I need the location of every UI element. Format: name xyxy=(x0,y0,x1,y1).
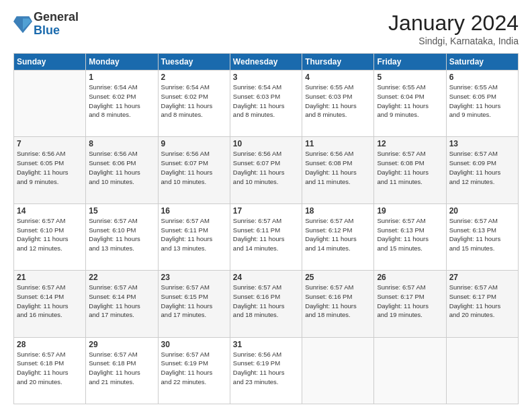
day-info-line: Sunrise: 6:54 AM xyxy=(89,83,154,92)
day-info-line: and 23 minutes. xyxy=(233,377,299,387)
day-info-line: Sunset: 6:16 PM xyxy=(305,292,371,302)
day-info-line: Sunset: 6:18 PM xyxy=(17,359,83,368)
day-info-line: Sunset: 6:05 PM xyxy=(17,158,83,168)
day-info-line: Daylight: 11 hours xyxy=(377,234,443,244)
day-info-line: Daylight: 11 hours xyxy=(17,368,83,377)
calendar-cell: 10Sunrise: 6:56 AMSunset: 6:07 PMDayligh… xyxy=(230,137,302,203)
calendar-cell: 19Sunrise: 6:57 AMSunset: 6:13 PMDayligh… xyxy=(374,203,446,270)
day-info-line: and 18 minutes. xyxy=(305,310,371,320)
day-info: Sunrise: 6:55 AMSunset: 6:03 PMDaylight:… xyxy=(305,83,371,120)
day-info-line: and 9 minutes. xyxy=(17,177,83,187)
day-info-line: Daylight: 11 hours xyxy=(89,101,154,111)
day-info-line: Daylight: 11 hours xyxy=(17,234,83,244)
day-info: Sunrise: 6:57 AMSunset: 6:11 PMDaylight:… xyxy=(161,216,227,253)
calendar-cell: 16Sunrise: 6:57 AMSunset: 6:11 PMDayligh… xyxy=(158,203,230,270)
logo: General Blue xyxy=(13,11,79,38)
calendar-cell: 26Sunrise: 6:57 AMSunset: 6:17 PMDayligh… xyxy=(374,271,446,337)
day-info-line: and 8 minutes. xyxy=(89,110,154,120)
calendar-header-tuesday: Tuesday xyxy=(158,54,230,71)
day-info-line: and 18 minutes. xyxy=(233,310,299,320)
calendar-cell: 13Sunrise: 6:57 AMSunset: 6:09 PMDayligh… xyxy=(446,137,518,203)
day-info-line: Daylight: 11 hours xyxy=(377,168,443,177)
calendar-header-friday: Friday xyxy=(374,54,446,71)
calendar-week-1: 1Sunrise: 6:54 AMSunset: 6:02 PMDaylight… xyxy=(14,71,519,137)
header: General Blue January 2024 Sindgi, Karnat… xyxy=(13,11,519,46)
day-info-line: and 14 minutes. xyxy=(233,244,299,253)
day-info-line: Sunset: 6:02 PM xyxy=(89,92,154,101)
day-info-line: and 13 minutes. xyxy=(161,244,227,253)
day-info-line: Daylight: 11 hours xyxy=(17,168,83,177)
day-info: Sunrise: 6:56 AMSunset: 6:08 PMDaylight:… xyxy=(305,149,371,186)
day-info-line: and 11 minutes. xyxy=(305,177,371,187)
calendar-cell: 5Sunrise: 6:55 AMSunset: 6:04 PMDaylight… xyxy=(374,71,446,137)
day-info-line: Sunset: 6:07 PM xyxy=(161,158,227,168)
day-info-line: Sunrise: 6:54 AM xyxy=(233,83,299,92)
day-info-line: Sunrise: 6:57 AM xyxy=(305,283,371,292)
day-number: 11 xyxy=(305,139,371,148)
calendar-cell: 8Sunrise: 6:56 AMSunset: 6:06 PMDaylight… xyxy=(86,137,158,203)
day-info-line: Sunrise: 6:57 AM xyxy=(233,216,299,226)
title-area: January 2024 Sindgi, Karnataka, India xyxy=(388,11,519,46)
day-number: 24 xyxy=(233,273,299,282)
day-number: 20 xyxy=(449,206,515,216)
day-info: Sunrise: 6:56 AMSunset: 6:05 PMDaylight:… xyxy=(17,149,83,186)
day-info-line: Daylight: 11 hours xyxy=(233,368,299,377)
day-info-line: and 15 minutes. xyxy=(377,244,443,253)
day-info-line: Daylight: 11 hours xyxy=(161,168,227,177)
calendar-cell: 29Sunrise: 6:57 AMSunset: 6:18 PMDayligh… xyxy=(86,337,158,404)
day-number: 12 xyxy=(377,139,443,148)
day-number: 9 xyxy=(161,139,227,148)
day-info-line: Daylight: 11 hours xyxy=(449,234,515,244)
day-info-line: Daylight: 11 hours xyxy=(449,168,515,177)
calendar-cell: 7Sunrise: 6:56 AMSunset: 6:05 PMDaylight… xyxy=(14,137,86,203)
day-info: Sunrise: 6:57 AMSunset: 6:16 PMDaylight:… xyxy=(233,283,299,320)
day-info-line: and 22 minutes. xyxy=(161,377,227,387)
calendar-cell: 27Sunrise: 6:57 AMSunset: 6:17 PMDayligh… xyxy=(446,271,518,337)
day-info-line: Sunrise: 6:55 AM xyxy=(377,83,443,92)
day-number: 21 xyxy=(17,273,83,282)
day-info-line: Daylight: 11 hours xyxy=(377,302,443,311)
day-info-line: Sunrise: 6:57 AM xyxy=(89,350,154,359)
day-info-line: and 17 minutes. xyxy=(89,310,154,320)
day-info: Sunrise: 6:57 AMSunset: 6:18 PMDaylight:… xyxy=(17,350,83,387)
day-info-line: Sunset: 6:14 PM xyxy=(89,292,154,302)
day-info: Sunrise: 6:54 AMSunset: 6:02 PMDaylight:… xyxy=(89,83,154,120)
day-info-line: Daylight: 11 hours xyxy=(17,302,83,311)
day-info-line: Sunset: 6:10 PM xyxy=(89,226,154,235)
day-number: 28 xyxy=(17,340,83,349)
day-info-line: Sunset: 6:06 PM xyxy=(89,158,154,168)
day-info-line: and 20 minutes. xyxy=(17,377,83,387)
day-info-line: Sunrise: 6:57 AM xyxy=(449,149,515,158)
calendar-week-4: 21Sunrise: 6:57 AMSunset: 6:14 PMDayligh… xyxy=(14,271,519,337)
day-info: Sunrise: 6:57 AMSunset: 6:17 PMDaylight:… xyxy=(449,283,515,320)
day-info-line: Sunrise: 6:56 AM xyxy=(305,149,371,158)
day-info-line: Daylight: 11 hours xyxy=(377,101,443,111)
day-info-line: and 13 minutes. xyxy=(89,244,154,253)
day-info-line: Daylight: 11 hours xyxy=(449,302,515,311)
calendar-cell: 23Sunrise: 6:57 AMSunset: 6:15 PMDayligh… xyxy=(158,271,230,337)
month-title: January 2024 xyxy=(388,11,519,36)
day-info-line: Sunrise: 6:56 AM xyxy=(233,149,299,158)
calendar-cell: 25Sunrise: 6:57 AMSunset: 6:16 PMDayligh… xyxy=(302,271,374,337)
day-info: Sunrise: 6:57 AMSunset: 6:10 PMDaylight:… xyxy=(89,216,154,253)
day-info-line: Sunrise: 6:54 AM xyxy=(161,83,227,92)
day-info-line: Sunrise: 6:56 AM xyxy=(89,149,154,158)
day-info-line: Sunrise: 6:57 AM xyxy=(449,283,515,292)
calendar-cell: 21Sunrise: 6:57 AMSunset: 6:14 PMDayligh… xyxy=(14,271,86,337)
day-info-line: and 19 minutes. xyxy=(377,310,443,320)
subtitle: Sindgi, Karnataka, India xyxy=(388,36,519,46)
day-info-line: Sunrise: 6:56 AM xyxy=(233,350,299,359)
day-number: 14 xyxy=(17,206,83,216)
day-info-line: and 9 minutes. xyxy=(449,110,515,120)
day-info: Sunrise: 6:57 AMSunset: 6:15 PMDaylight:… xyxy=(161,283,227,320)
day-info-line: Sunset: 6:18 PM xyxy=(89,359,154,368)
logo-text: General Blue xyxy=(34,11,79,38)
calendar-cell xyxy=(446,337,518,404)
calendar-cell: 14Sunrise: 6:57 AMSunset: 6:10 PMDayligh… xyxy=(14,203,86,270)
day-info: Sunrise: 6:57 AMSunset: 6:17 PMDaylight:… xyxy=(377,283,443,320)
day-info-line: Sunset: 6:03 PM xyxy=(233,92,299,101)
logo-icon xyxy=(13,13,32,35)
day-info-line: Sunrise: 6:56 AM xyxy=(161,149,227,158)
day-info-line: Daylight: 11 hours xyxy=(305,168,371,177)
day-number: 18 xyxy=(305,206,371,216)
